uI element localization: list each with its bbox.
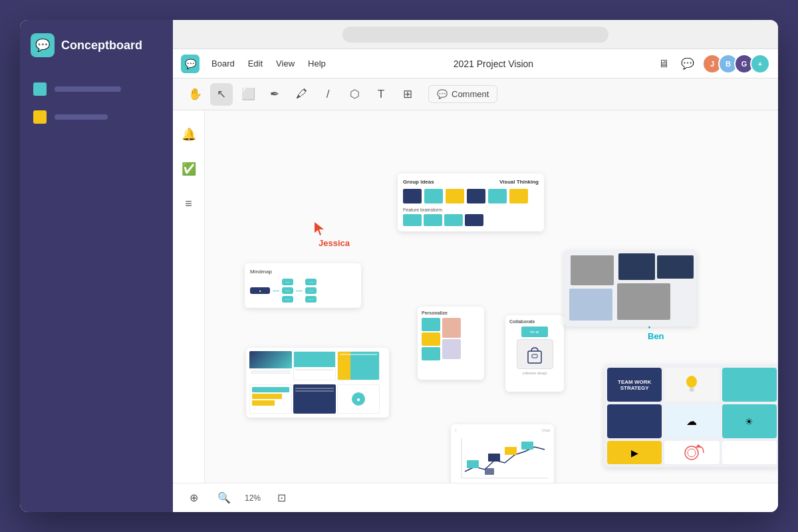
- canvas-area: 🔔 ✅ ≡ Jessica Ben: [173, 110, 778, 483]
- sidebar: 💬 Conceptboard: [20, 20, 173, 512]
- pers-3: [422, 347, 440, 360]
- sticky-yellow-2: [509, 189, 528, 203]
- feature-brainstorm-label: Feature brainstorm: [403, 207, 539, 212]
- tw-slide-teal: [722, 368, 777, 402]
- tw-video: ▶: [607, 441, 662, 464]
- top-bar-search[interactable]: [342, 27, 608, 43]
- sidebar-logo[interactable]: 💬 Conceptboard: [31, 33, 162, 57]
- hand-tool[interactable]: ✋: [184, 83, 206, 106]
- canvas-left-tools: 🔔 ✅ ≡: [173, 110, 205, 483]
- list-tool[interactable]: ≡: [178, 193, 200, 214]
- collab-text: collection design: [523, 371, 547, 375]
- photo-1: [571, 255, 614, 285]
- pen-tool[interactable]: ✒: [263, 83, 286, 106]
- personalize-card: Personalize: [418, 307, 484, 380]
- logo-text: Conceptboard: [61, 39, 142, 53]
- sticky-teal-1: [424, 189, 443, 203]
- svg-rect-11: [485, 468, 494, 475]
- line-tool[interactable]: /: [317, 83, 339, 106]
- svg-rect-3: [528, 351, 541, 363]
- collaborate-content: the air collection design: [509, 327, 560, 375]
- canvas-board[interactable]: Jessica Ben George: [205, 110, 778, 483]
- slide-5: [293, 384, 336, 414]
- cursor-tool[interactable]: ↖: [210, 83, 233, 106]
- slide-2: [293, 351, 336, 380]
- jessica-name: Jessica: [315, 237, 354, 249]
- fit-screen-tool[interactable]: ⊡: [271, 488, 291, 508]
- loop-icon: [678, 441, 705, 464]
- tw-slide-blue: [607, 404, 662, 438]
- sidebar-item-yellow[interactable]: [31, 105, 162, 129]
- bell-tool[interactable]: 🔔: [178, 124, 200, 145]
- table-tool[interactable]: ⊞: [396, 83, 419, 106]
- tw-empty: [722, 441, 777, 464]
- ben-name: Ben: [644, 330, 668, 342]
- sidebar-color-teal: [33, 82, 47, 96]
- feat-sticky-3: [444, 214, 463, 226]
- comment-button[interactable]: 💬 Comment: [428, 85, 497, 103]
- feature-stickies: [403, 214, 539, 226]
- menu-logo-icon: 💬: [181, 55, 200, 73]
- board-title: 2021 Project Vision: [332, 59, 654, 69]
- comment-icon: 💬: [437, 89, 448, 99]
- eraser-tool[interactable]: ⬜: [237, 83, 259, 106]
- visual-thinking-title: Visual Thinking: [499, 179, 539, 185]
- check-tool[interactable]: ✅: [178, 158, 200, 180]
- collab-sticky-1: the air: [521, 327, 548, 337]
- slide-row-1: [249, 351, 386, 381]
- mline-2: [296, 291, 303, 291]
- svg-point-16: [685, 446, 698, 460]
- lightbulb-icon: [684, 375, 700, 395]
- svg-rect-13: [690, 388, 694, 392]
- slide-6: ●: [337, 384, 380, 414]
- chart-header: ↑ Chart: [455, 428, 550, 432]
- bottom-bar: ⊕ 🔍 12% ⊡: [173, 483, 778, 512]
- zoom-in-tool[interactable]: 🔍: [214, 488, 234, 508]
- personalize-content: [422, 318, 480, 360]
- menu-edit[interactable]: Edit: [241, 56, 269, 71]
- menu-view[interactable]: View: [269, 56, 301, 71]
- pers-2: [422, 332, 440, 346]
- sidebar-item-teal[interactable]: [31, 77, 162, 101]
- logo-icon: 💬: [31, 33, 55, 57]
- compass-tool[interactable]: ⊕: [184, 488, 203, 508]
- monitor-icon[interactable]: 🖥: [654, 55, 673, 73]
- feat-sticky-4: [465, 214, 483, 226]
- tw-teamwork: TEAM WORKSTRATEGY: [607, 368, 662, 402]
- svg-rect-4: [532, 354, 537, 358]
- feat-sticky-2: [424, 214, 442, 226]
- sticky-notes-group: [403, 189, 539, 203]
- feature-brainstorm: Feature brainstorm: [403, 207, 539, 226]
- shapes-tool[interactable]: ⬡: [343, 83, 366, 106]
- avatar-4: +: [750, 54, 770, 74]
- tw-loop: [664, 441, 719, 464]
- collaborate-title: Collaborate: [509, 319, 560, 324]
- menu-help[interactable]: Help: [301, 56, 332, 71]
- top-bar: [173, 20, 778, 49]
- chat-icon[interactable]: 💬: [678, 55, 697, 73]
- mindmap-card: Mindmap ● ── ── ── ── ── ──: [245, 263, 361, 308]
- sticky-yellow-1: [446, 189, 464, 203]
- text-tool[interactable]: T: [370, 83, 392, 106]
- avatar-stack: J B G +: [702, 54, 770, 74]
- svg-marker-0: [315, 222, 324, 235]
- slide-3: [337, 351, 380, 380]
- toolbar: ✋ ↖ ⬜ ✒ 🖍 / ⬡ T ⊞ 💬 Comment: [173, 78, 778, 110]
- sidebar-item-line-2: [55, 114, 108, 120]
- chart-labels: Chart: [542, 428, 550, 432]
- svg-point-17: [688, 449, 696, 457]
- highlighter-tool[interactable]: 🖍: [290, 83, 313, 106]
- photo-5: [657, 255, 694, 279]
- svg-rect-9: [505, 447, 517, 455]
- sticky-dark-1: [403, 189, 422, 203]
- tw-slide-sun: ☀: [722, 404, 777, 438]
- menu-board[interactable]: Board: [205, 56, 241, 71]
- pers-1: [422, 318, 440, 331]
- chart-y-label: ↑: [455, 428, 457, 432]
- main-content: 💬 Board Edit View Help 2021 Project Visi…: [173, 20, 778, 512]
- mnode-3: ──: [282, 296, 293, 303]
- photo-4: [569, 289, 612, 321]
- collaborate-card: Collaborate the air collection design: [505, 315, 564, 392]
- menu-bar: 💬 Board Edit View Help 2021 Project Visi…: [173, 49, 778, 78]
- pers-sketch-1: [442, 318, 461, 338]
